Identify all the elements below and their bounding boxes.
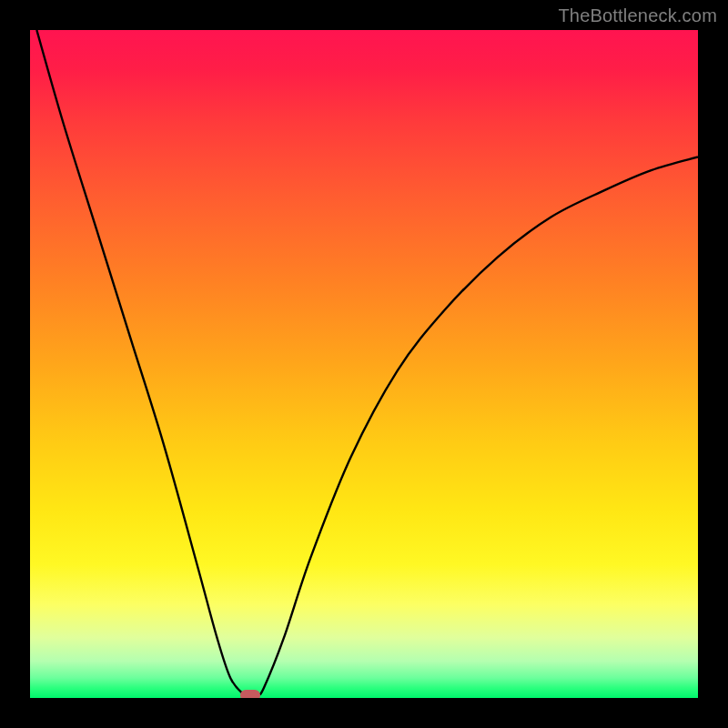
bottleneck-curve [30, 30, 698, 698]
plot-area [30, 30, 698, 698]
watermark-text: TheBottleneck.com [558, 5, 717, 26]
min-marker [240, 690, 260, 698]
chart-frame: TheBottleneck.com [0, 0, 728, 728]
curve-path [36, 30, 698, 698]
